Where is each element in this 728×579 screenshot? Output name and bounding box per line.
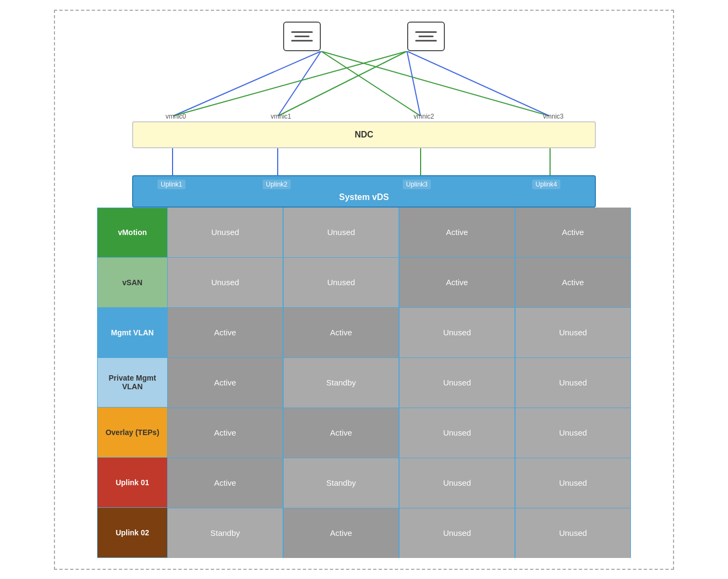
cell-uplink02-uplink4: Unused [515, 508, 631, 558]
cell-vsan-uplink2: Unused [283, 258, 399, 307]
grid-row-mgmt-vlan: ActiveActiveUnusedUnused [167, 308, 631, 358]
diagram-container: NDC vmnic0 vmnic1 vmnic2 vmnic3 Uplink1 … [54, 10, 674, 570]
grid-row-vsan: UnusedUnusedActiveActive [167, 258, 631, 308]
cell-overlay-uplink1: Active [167, 408, 283, 458]
vmnic0-label: vmnic0 [166, 113, 186, 120]
cell-uplink02-uplink2: Active [283, 508, 399, 558]
cell-overlay-uplink4: Unused [515, 408, 631, 458]
cell-vsan-uplink4: Active [515, 258, 631, 307]
svg-line-3 [321, 51, 549, 116]
cell-vsan-uplink3: Active [399, 258, 515, 307]
label-vsan: vSAN [98, 258, 167, 308]
vds-bar: Uplink1 Uplink2 Uplink3 Uplink4 System v… [132, 175, 596, 208]
main-grid-layout: vMotionvSANMgmt VLANPrivate Mgmt VLANOve… [66, 208, 662, 558]
cell-vmotion-uplink1: Unused [167, 208, 283, 257]
switch-line [418, 36, 434, 37]
cell-overlay-uplink2: Active [283, 408, 399, 458]
grid-row-private-mgmt: ActiveStandbyUnusedUnused [167, 358, 631, 408]
cell-vmotion-uplink4: Active [515, 208, 631, 257]
cell-private-mgmt-uplink4: Unused [515, 358, 631, 408]
switch-line [415, 31, 437, 33]
ndc-label: NDC [355, 130, 374, 140]
vmnic1-label: vmnic1 [271, 113, 291, 120]
svg-line-0 [173, 51, 321, 116]
cell-mgmt-vlan-uplink1: Active [167, 308, 283, 357]
switch-connectors-svg [66, 51, 662, 121]
svg-line-4 [173, 51, 407, 116]
grid-column: UnusedUnusedActiveActiveUnusedUnusedActi… [167, 208, 631, 558]
label-uplink02: Uplink 02 [98, 508, 167, 557]
grid-row-uplink01: ActiveStandbyUnusedUnused [167, 458, 631, 508]
label-private-mgmt: Private Mgmt VLAN [98, 358, 167, 408]
vds-section: Uplink1 Uplink2 Uplink3 Uplink4 System v… [66, 175, 662, 208]
cell-uplink02-uplink3: Unused [399, 508, 515, 558]
cell-uplink01-uplink3: Unused [399, 458, 515, 508]
switch-1-icon [283, 22, 321, 51]
cell-mgmt-vlan-uplink4: Unused [515, 308, 631, 357]
switches-row [66, 22, 662, 51]
uplink4-label: Uplink4 [532, 180, 560, 189]
cell-uplink01-uplink4: Unused [515, 458, 631, 508]
label-overlay: Overlay (TEPs) [98, 408, 167, 458]
switch-line [291, 31, 313, 33]
cell-private-mgmt-uplink1: Active [167, 358, 283, 408]
svg-line-7 [407, 51, 550, 116]
vds-label: System vDS [339, 192, 389, 202]
grid-row-uplink02: StandbyActiveUnusedUnused [167, 508, 631, 558]
vmnic3-label: vmnic3 [543, 113, 564, 120]
cell-uplink01-uplink1: Active [167, 458, 283, 508]
switch-line [294, 36, 310, 37]
cell-private-mgmt-uplink3: Unused [399, 358, 515, 408]
cell-vmotion-uplink3: Active [399, 208, 515, 257]
cell-mgmt-vlan-uplink2: Active [283, 308, 399, 357]
uplink3-label: Uplink3 [403, 180, 431, 189]
cell-private-mgmt-uplink2: Standby [283, 358, 399, 408]
cell-vmotion-uplink2: Unused [283, 208, 399, 257]
cell-uplink02-uplink1: Standby [167, 508, 283, 558]
cell-mgmt-vlan-uplink3: Unused [399, 308, 515, 357]
ndc-vds-connectors [132, 148, 596, 175]
uplink1-label: Uplink1 [157, 180, 186, 189]
labels-column: vMotionvSANMgmt VLANPrivate Mgmt VLANOve… [97, 208, 167, 558]
ndc-bar: NDC vmnic0 vmnic1 vmnic2 vmnic3 [132, 121, 596, 148]
cell-uplink01-uplink2: Standby [283, 458, 399, 508]
svg-line-5 [278, 51, 407, 116]
vmnic2-label: vmnic2 [414, 113, 434, 120]
grid-row-vmotion: UnusedUnusedActiveActive [167, 208, 631, 258]
grid-row-overlay: ActiveActiveUnusedUnused [167, 408, 631, 458]
label-uplink01: Uplink 01 [98, 458, 167, 508]
svg-line-6 [407, 51, 421, 116]
label-vmotion: vMotion [98, 208, 167, 258]
switch-2-icon [407, 22, 445, 51]
switch-line [415, 40, 437, 42]
cell-vsan-uplink1: Unused [167, 258, 283, 307]
cell-overlay-uplink3: Unused [399, 408, 515, 458]
ndc-section: NDC vmnic0 vmnic1 vmnic2 vmnic3 [66, 121, 662, 148]
switch-line [291, 40, 313, 42]
label-mgmt-vlan: Mgmt VLAN [98, 308, 167, 358]
uplink2-label: Uplink2 [263, 180, 291, 189]
